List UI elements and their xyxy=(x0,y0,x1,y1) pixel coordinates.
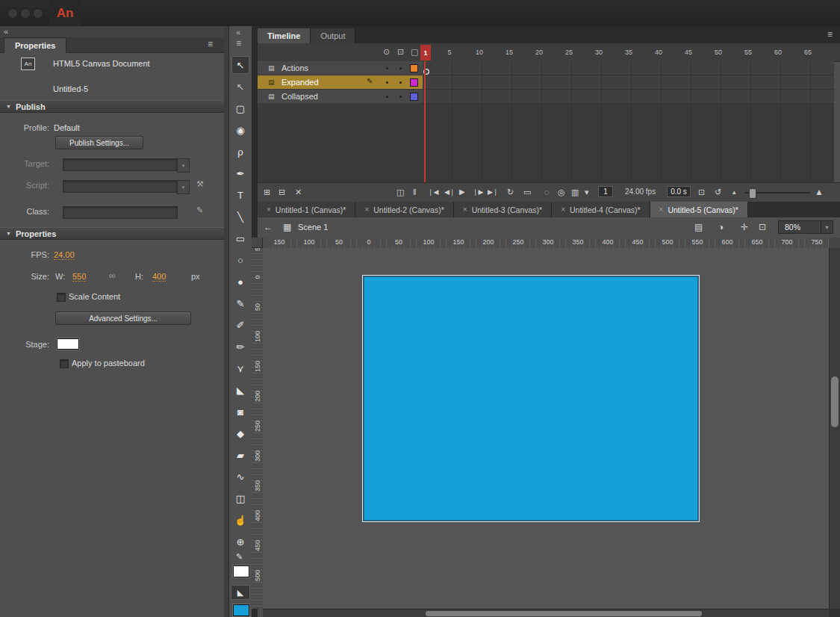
layer-lock-dot[interactable] xyxy=(399,96,402,98)
frame-rate-indicator[interactable]: 24.00 fps xyxy=(625,187,656,197)
layer-color-swatch[interactable] xyxy=(410,78,418,87)
width-tool[interactable]: ∿ xyxy=(231,468,249,486)
doc-tab-untitled-1[interactable]: × Untitled-1 (Canvas)* xyxy=(258,202,355,217)
onion-skin-outlines-button[interactable]: ◎ xyxy=(558,187,565,197)
document-properties-section-header[interactable]: ▼ Properties xyxy=(0,227,224,240)
timeline-menu-icon[interactable]: ≡ xyxy=(827,31,833,38)
fill-color-swatch[interactable] xyxy=(233,604,249,616)
layer-color-swatch[interactable] xyxy=(410,93,418,101)
frame-row[interactable] xyxy=(423,75,834,90)
edit-multiple-frames-button[interactable]: ▥ xyxy=(571,187,579,197)
window-zoom-button[interactable] xyxy=(33,8,43,19)
stage-rectangle[interactable] xyxy=(364,276,698,521)
go-to-first-frame-button[interactable]: ❘◀ xyxy=(428,187,438,197)
edit-scene-icon[interactable]: ▤ xyxy=(694,222,703,232)
close-icon[interactable]: × xyxy=(267,205,271,214)
link-width-height-icon[interactable]: ∞ xyxy=(109,270,116,281)
selection-tool[interactable]: ↖ xyxy=(231,56,249,74)
delete-layer-button[interactable]: ✕ xyxy=(295,187,302,197)
playhead-line[interactable] xyxy=(424,61,426,182)
close-icon[interactable]: × xyxy=(364,205,369,214)
go-to-last-frame-button[interactable]: ▶❘ xyxy=(488,187,498,197)
doc-tab-untitled-4[interactable]: × Untitled-4 (Canvas)* xyxy=(552,202,650,217)
doc-tab-untitled-3[interactable]: × Untitled-3 (Canvas)* xyxy=(454,202,552,217)
reset-timeline-zoom-icon[interactable]: ↺ xyxy=(715,187,721,197)
lasso-tool[interactable]: ρ xyxy=(231,143,249,161)
line-tool[interactable]: ╲ xyxy=(231,208,249,226)
vertical-scrollbar[interactable] xyxy=(829,248,840,609)
layer-row-expanded[interactable]: ▤ Expanded ✎ xyxy=(258,75,423,90)
layer-visibility-dot[interactable] xyxy=(386,96,388,98)
tab-timeline[interactable]: Timeline xyxy=(258,28,311,43)
script-settings-icon[interactable]: ⚒ xyxy=(196,179,204,189)
class-input[interactable] xyxy=(63,206,178,219)
tools-menu-icon[interactable]: ≡ xyxy=(236,40,241,47)
paint-brush-tool[interactable]: ✏ xyxy=(231,338,249,356)
layer-lock-dot[interactable] xyxy=(399,67,402,69)
timeline-frame-grid[interactable] xyxy=(423,61,834,104)
add-camera-button[interactable]: ◫ xyxy=(396,187,404,197)
bone-tool[interactable]: ⋎ xyxy=(231,359,249,377)
scene-name-label[interactable]: Scene 1 xyxy=(298,223,328,232)
zoom-level-dropdown[interactable]: 80% ▾ xyxy=(778,220,833,234)
target-dropdown-arrow[interactable]: ▾ xyxy=(177,158,190,173)
layer-row-collapsed[interactable]: ▤ Collapsed xyxy=(258,90,423,104)
layer-name[interactable]: Actions xyxy=(281,63,308,72)
clip-content-icon[interactable]: ⊡ xyxy=(759,222,766,232)
zoom-dropdown-arrow-icon[interactable]: ▾ xyxy=(821,221,833,233)
layer-name[interactable]: Expanded xyxy=(281,78,319,87)
apply-to-pasteboard-checkbox[interactable] xyxy=(60,359,69,368)
height-value[interactable]: 400 xyxy=(152,272,166,282)
tab-properties[interactable]: Properties xyxy=(4,37,66,53)
pasteboard[interactable] xyxy=(263,248,829,609)
zoom-tool[interactable]: ⊕ xyxy=(231,533,249,551)
oval-primitive-tool[interactable]: ● xyxy=(231,273,249,291)
target-dropdown[interactable] xyxy=(63,158,178,171)
vertical-scrollbar-thumb[interactable] xyxy=(831,376,839,427)
layer-visibility-dot[interactable] xyxy=(386,81,388,84)
doc-tab-untitled-2[interactable]: × Untitled-2 (Canvas)* xyxy=(355,202,453,217)
camera-tool[interactable]: ◫ xyxy=(231,489,249,507)
new-layer-button[interactable]: ⊞ xyxy=(264,187,270,197)
step-back-button[interactable]: ◀❘ xyxy=(444,187,455,197)
frame-row[interactable] xyxy=(423,61,834,75)
center-stage-icon[interactable]: ✛ xyxy=(741,222,748,232)
timeline-frame-grid-empty[interactable] xyxy=(423,104,834,182)
onion-skin-button[interactable]: ◌ xyxy=(544,187,550,197)
window-minimize-button[interactable] xyxy=(20,8,31,19)
fps-value[interactable]: 24.00 xyxy=(54,250,75,260)
free-transform-tool[interactable]: ▢ xyxy=(231,99,249,117)
play-range-button[interactable]: ▭ xyxy=(523,187,531,197)
modify-markers-button[interactable]: ▾ xyxy=(585,187,589,197)
back-arrow-icon[interactable]: ← xyxy=(264,222,273,232)
stage-color-swatch[interactable] xyxy=(57,338,79,350)
layer-color-swatch[interactable] xyxy=(410,64,418,72)
hand-tool[interactable]: ☝ xyxy=(231,511,249,529)
close-icon[interactable]: × xyxy=(463,205,467,214)
script-dropdown-arrow[interactable]: ▾ xyxy=(177,180,190,194)
gradient-transform-tool[interactable]: ◉ xyxy=(231,121,249,139)
window-close-button[interactable] xyxy=(7,8,18,19)
show-all-layers-button[interactable]: ‖ xyxy=(413,187,417,197)
playhead-marker[interactable]: 1 xyxy=(420,45,431,61)
timeline-zoom-slider-thumb[interactable] xyxy=(749,188,756,199)
lock-layers-icon[interactable]: ⊡ xyxy=(397,47,404,57)
outline-layers-icon[interactable]: ▢ xyxy=(411,47,418,57)
current-frame-indicator[interactable]: 1 xyxy=(598,186,613,197)
scale-content-checkbox[interactable] xyxy=(57,293,66,302)
loop-button[interactable]: ↻ xyxy=(507,187,514,197)
stroke-color-swatch[interactable] xyxy=(233,565,249,577)
ink-bottle-tool[interactable]: ◙ xyxy=(231,403,249,421)
layer-visibility-dot[interactable] xyxy=(386,67,388,69)
class-edit-icon[interactable]: ✎ xyxy=(196,205,203,215)
horizontal-scrollbar-thumb[interactable] xyxy=(426,611,702,616)
step-forward-button[interactable]: ❘▶ xyxy=(473,187,483,197)
panel-menu-icon[interactable]: ≡ xyxy=(208,40,213,48)
close-icon[interactable]: × xyxy=(659,205,664,214)
paint-bucket-tool[interactable]: ◣ xyxy=(231,381,249,399)
close-icon[interactable]: × xyxy=(561,205,565,214)
new-folder-button[interactable]: ⊟ xyxy=(279,187,285,197)
doc-tab-untitled-5[interactable]: × Untitled-5 (Canvas)* xyxy=(650,202,748,217)
layer-name[interactable]: Collapsed xyxy=(281,92,318,101)
text-tool[interactable]: T xyxy=(231,186,249,204)
